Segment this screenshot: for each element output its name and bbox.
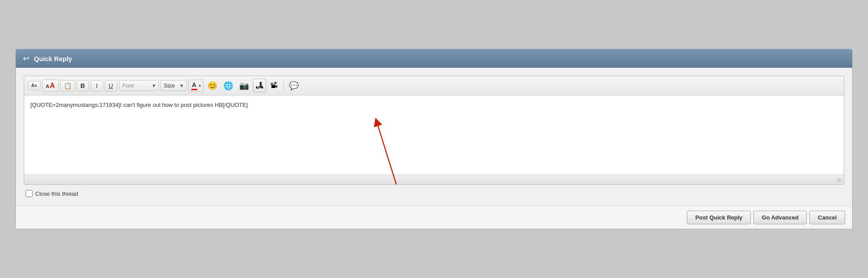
camera-button[interactable]: 📷 — [237, 79, 251, 92]
font-size-smaller-button[interactable]: AA — [28, 81, 41, 90]
bottom-bar: Post Quick Reply Go Advanced Cancel — [16, 206, 852, 229]
image-button[interactable]: 🏞 — [253, 79, 266, 92]
styles-button[interactable]: 📋 — [60, 80, 75, 91]
editor-container: AA AA 📋 B I — [24, 76, 844, 185]
editor-content: [QUOTE=2manymustangs;171934]I can't figu… — [30, 102, 248, 108]
panel-body: AA AA 📋 B I — [16, 68, 852, 206]
underline-button[interactable]: U — [105, 80, 117, 91]
resize-handle-icon: ⇲ — [836, 176, 841, 183]
panel-title: Quick Reply — [34, 55, 72, 62]
font-family-dropdown[interactable]: Font ▾ — [119, 80, 159, 91]
back-icon[interactable]: ↩ — [23, 54, 30, 63]
comment-button[interactable]: 💬 — [287, 79, 301, 92]
panel-header: ↩ Quick Reply — [16, 49, 852, 68]
font-size-dropdown[interactable]: Size ▾ — [160, 80, 187, 91]
close-thread-text: Close this thread — [35, 190, 78, 197]
toolbar: AA AA 📋 B I — [24, 76, 844, 95]
editor-resize-bar[interactable]: ⇲ — [24, 175, 844, 184]
close-thread-checkbox[interactable] — [26, 190, 33, 197]
emoji-button[interactable]: 😊 — [205, 79, 219, 92]
bold-button[interactable]: B — [77, 80, 89, 91]
quick-reply-panel: ↩ Quick Reply AA AA 📋 — [15, 49, 853, 229]
editor-outer: [QUOTE=2manymustangs;171934]I can't figu… — [24, 95, 844, 184]
italic-button[interactable]: I — [91, 80, 103, 91]
close-thread-label[interactable]: Close this thread — [26, 190, 78, 197]
post-quick-reply-button[interactable]: Post Quick Reply — [687, 211, 751, 224]
go-advanced-button[interactable]: Go Advanced — [753, 211, 807, 224]
globe-button[interactable]: 🌐 — [221, 79, 235, 92]
footer-options: Close this thread — [24, 185, 844, 201]
text-color-button[interactable]: A ▾ — [189, 80, 204, 92]
editor-area[interactable]: [QUOTE=2manymustangs;171934]I can't figu… — [24, 95, 844, 175]
film-button[interactable]: 📽 — [268, 79, 280, 92]
toolbar-divider — [283, 81, 284, 91]
cancel-button[interactable]: Cancel — [809, 211, 845, 224]
font-size-larger-button[interactable]: AA — [42, 80, 59, 92]
